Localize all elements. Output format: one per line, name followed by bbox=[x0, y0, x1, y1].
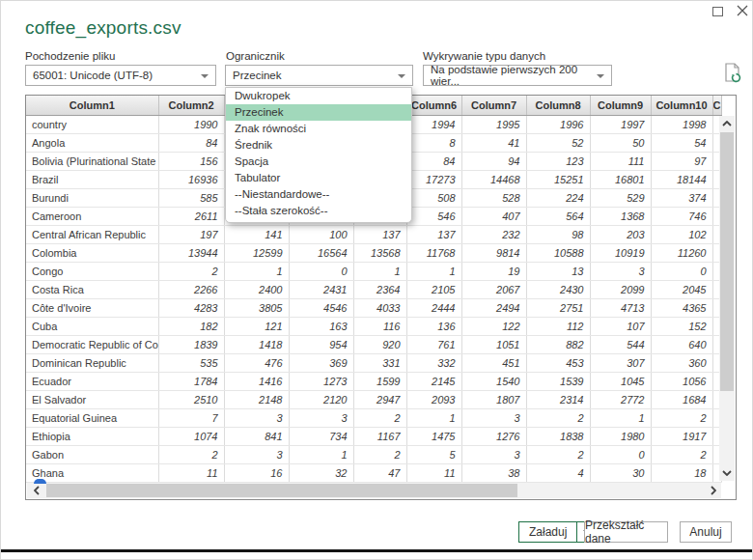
country-cell: Dominican Republic bbox=[26, 353, 158, 372]
close-icon[interactable] bbox=[737, 5, 748, 16]
value-cell: 30 bbox=[590, 463, 651, 482]
value-cell: 374 bbox=[651, 188, 712, 207]
scroll-right-icon[interactable] bbox=[706, 483, 721, 498]
value-cell: 2 bbox=[158, 445, 224, 463]
country-cell: Cameroon bbox=[26, 207, 158, 225]
value-cell: 137 bbox=[406, 225, 461, 243]
value-cell: 1368 bbox=[590, 207, 651, 225]
delimiter-option[interactable]: Średnik bbox=[226, 137, 411, 154]
value-cell: 47 bbox=[353, 463, 406, 482]
table-row: Congo21011191330 bbox=[26, 262, 721, 280]
delimiter-option[interactable]: --Stała szerokość-- bbox=[226, 203, 411, 219]
column-header[interactable]: C bbox=[712, 96, 721, 115]
value-cell: 50 bbox=[590, 133, 651, 152]
value-cell: 7 bbox=[158, 408, 224, 427]
value-cell: 2364 bbox=[353, 280, 406, 298]
maximize-icon[interactable] bbox=[712, 7, 723, 16]
country-cell: Gabon bbox=[26, 445, 158, 463]
value-cell: 1 bbox=[590, 408, 651, 427]
value-cell: 2145 bbox=[406, 372, 461, 390]
value-cell: 163 bbox=[289, 317, 353, 335]
type-detection-label: Wykrywanie typu danych bbox=[423, 50, 545, 62]
dialog-footer: Załaduj Przekształć dane Anuluj bbox=[1, 521, 752, 545]
value-cell: 0 bbox=[651, 262, 712, 280]
value-cell: 3 bbox=[461, 445, 526, 463]
window-controls bbox=[712, 5, 748, 16]
refresh-preview-icon[interactable] bbox=[724, 63, 741, 88]
column-header[interactable]: Column8 bbox=[526, 96, 590, 115]
value-cell: 1167 bbox=[353, 427, 406, 445]
value-cell: 453 bbox=[526, 353, 590, 372]
value-cell: 2045 bbox=[651, 280, 712, 298]
value-cell: 332 bbox=[406, 353, 461, 372]
value-cell: 12599 bbox=[224, 243, 289, 262]
value-cell: 528 bbox=[461, 188, 526, 207]
value-cell: 1996 bbox=[526, 115, 590, 133]
page-title: coffee_exports.csv bbox=[25, 17, 181, 39]
value-cell: 16564 bbox=[289, 243, 353, 262]
value-cell: 360 bbox=[651, 353, 712, 372]
table-row: Ecuador178414161273159921451540153910451… bbox=[26, 372, 721, 390]
scroll-down-icon[interactable] bbox=[719, 465, 735, 481]
scroll-left-icon[interactable] bbox=[29, 483, 44, 498]
type-detection-value: Na podstawie pierwszych 200 wier... bbox=[431, 64, 592, 87]
value-cell: 882 bbox=[526, 335, 590, 353]
file-origin-select[interactable]: 65001: Unicode (UTF-8) bbox=[25, 65, 216, 86]
scroll-up-icon[interactable] bbox=[719, 116, 735, 131]
value-cell: 41 bbox=[461, 133, 526, 152]
value-cell: 152 bbox=[651, 317, 712, 335]
value-cell: 1539 bbox=[526, 372, 590, 390]
value-cell: 451 bbox=[461, 353, 526, 372]
value-cell: 331 bbox=[353, 353, 406, 372]
table-row: Central African Republic1971411001371372… bbox=[26, 225, 721, 243]
horizontal-scrollbar[interactable] bbox=[27, 483, 721, 498]
value-cell: 11260 bbox=[651, 243, 712, 262]
delimiter-option[interactable]: --Niestandardowe-- bbox=[226, 186, 411, 203]
delimiter-dropdown-panel: DwukropekPrzecinekZnak równościŚrednikSp… bbox=[225, 87, 412, 223]
column-header[interactable]: Column6 bbox=[406, 96, 461, 115]
value-cell: 97 bbox=[651, 152, 712, 170]
value-cell: 2494 bbox=[461, 298, 526, 317]
delimiter-option[interactable]: Tabulator bbox=[226, 170, 411, 186]
delimiter-select[interactable]: Przecinek bbox=[225, 65, 413, 86]
column-header[interactable]: Column1 bbox=[26, 96, 158, 115]
column-header[interactable]: Column10 bbox=[651, 96, 712, 115]
value-cell: 141 bbox=[224, 225, 289, 243]
value-cell: 1074 bbox=[158, 427, 224, 445]
value-cell: 0 bbox=[590, 445, 651, 463]
load-button-label[interactable]: Załaduj bbox=[519, 522, 576, 542]
value-cell: 107 bbox=[590, 317, 651, 335]
value-cell: 197 bbox=[158, 225, 224, 243]
vertical-scrollbar[interactable] bbox=[719, 116, 735, 481]
horizontal-scroll-thumb[interactable] bbox=[46, 484, 517, 497]
value-cell: 38 bbox=[461, 463, 526, 482]
type-detection-select[interactable]: Na podstawie pierwszych 200 wier... bbox=[423, 65, 612, 86]
column-header[interactable]: Column2 bbox=[158, 96, 224, 115]
column-header[interactable]: Column7 bbox=[461, 96, 526, 115]
chevron-down-icon bbox=[597, 74, 604, 78]
column-header[interactable]: Column9 bbox=[590, 96, 651, 115]
value-cell: 2 bbox=[651, 408, 712, 427]
value-cell: 224 bbox=[526, 188, 590, 207]
value-cell: 2751 bbox=[526, 298, 590, 317]
cancel-button[interactable]: Anuluj bbox=[680, 521, 732, 543]
vertical-scroll-thumb[interactable] bbox=[720, 132, 734, 391]
country-cell: Burundi bbox=[26, 188, 158, 207]
value-cell: 9814 bbox=[461, 243, 526, 262]
scroll-hint-arc bbox=[34, 479, 46, 484]
value-cell: 2510 bbox=[158, 390, 224, 408]
value-cell: 1276 bbox=[461, 427, 526, 445]
table-row: Equatorial Guinea733213212 bbox=[26, 408, 721, 427]
table-row: Costa Rica226624002431236421052067243020… bbox=[26, 280, 721, 298]
value-cell: 407 bbox=[461, 207, 526, 225]
value-cell: 1 bbox=[224, 262, 289, 280]
delimiter-option[interactable]: Znak równości bbox=[226, 121, 411, 137]
value-cell: 1540 bbox=[461, 372, 526, 390]
delimiter-option[interactable]: Przecinek bbox=[226, 104, 411, 121]
transform-data-button[interactable]: Przekształć dane bbox=[584, 521, 668, 543]
delimiter-option[interactable]: Dwukropek bbox=[226, 88, 411, 104]
value-cell: 4283 bbox=[158, 298, 224, 317]
value-cell: 529 bbox=[590, 188, 651, 207]
table-row: Côte d'Ivoire428338054546403324442494275… bbox=[26, 298, 721, 317]
delimiter-option[interactable]: Spacja bbox=[226, 154, 411, 170]
